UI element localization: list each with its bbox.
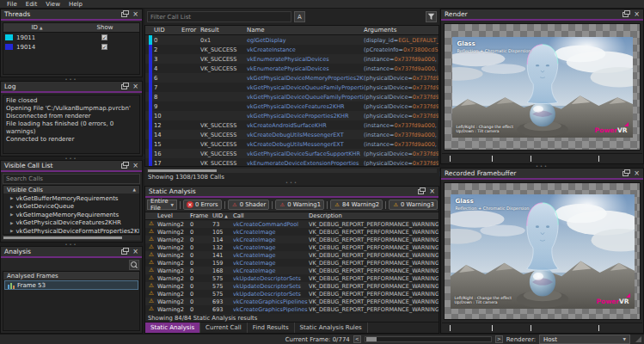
tree-item[interactable]: ▶ vkGetPhysicalDeviceFormatProperties2KH… [3, 227, 139, 235]
warning-row[interactable]: ⚠ Warning2 0 693 vkCreateGraphicsPipelin… [145, 305, 439, 313]
scrollbar-thumb[interactable] [148, 169, 217, 172]
renderer-select[interactable]: Host ▼ [539, 335, 630, 344]
expander-icon[interactable]: ▶ [10, 196, 13, 200]
warning-row[interactable]: ⚠ Warning2 0 693 vkCreateGraphicsPipelin… [145, 298, 439, 305]
call-row[interactable]: 2 VK_SUCCESS vkCreateInstance (pCreateIn… [145, 45, 439, 54]
tree-item[interactable]: ▶ vkGetDeviceQueue [3, 203, 139, 212]
call-row[interactable]: 7 vkGetPhysicalDeviceQueueFamilyProperti… [145, 83, 439, 92]
close-panel-icon[interactable]: × [634, 11, 640, 18]
frame-slider[interactable] [365, 336, 492, 342]
severity-filter-button[interactable]: ⚠ 0 Warning3 [389, 200, 438, 210]
call-row[interactable]: 6 vkGetPhysicalDeviceMemoryProperties2KH… [145, 73, 439, 83]
call-row[interactable]: 12 VK_SUCCESS vkCreateAndroidSurfaceKHR … [145, 120, 439, 130]
thread-row[interactable]: 19011 ✓ [3, 33, 139, 42]
analysed-frame-item[interactable]: Frame 53 [4, 280, 138, 290]
advanced-filter-button[interactable] [426, 11, 437, 22]
float-panel-icon[interactable] [121, 84, 127, 89]
thread-visibility-checkbox[interactable]: ✓ [101, 34, 107, 40]
call-row[interactable]: 10 vkGetPhysicalDeviceProperties2KHR (ph… [145, 111, 439, 120]
call-column-header[interactable]: Call [233, 212, 309, 219]
expander-icon[interactable]: ▶ [10, 221, 13, 225]
warning-row[interactable]: ⚠ Warning2 0 132 vkCreateImage VK_DEBUG_… [145, 243, 439, 251]
frame-column-header[interactable]: Frame [190, 212, 212, 219]
expander-icon[interactable]: ▶ [10, 229, 13, 233]
error-column-header[interactable]: Error [181, 27, 200, 34]
name-column-header[interactable]: Name [247, 27, 364, 34]
next-frame-button[interactable]: > [495, 335, 503, 343]
search-calls-input[interactable] [6, 175, 137, 182]
tree-item[interactable]: ▶ vkGetBufferMemoryRequirements [3, 194, 139, 203]
call-row[interactable]: 16 VK_SUCCESS vkGetPhysicalDeviceSurface… [145, 149, 439, 158]
resize-grip[interactable] [635, 336, 641, 342]
description-column-header[interactable]: Description [309, 212, 439, 219]
threads-show-column-header[interactable]: Show [71, 24, 139, 31]
filter-call-list-input[interactable] [150, 14, 288, 21]
result-column-header[interactable]: Result [200, 27, 247, 34]
call-row[interactable]: 4 VK_SUCCESS vkEnumeratePhysicalDevices … [145, 64, 439, 73]
thread-row[interactable]: 19014 ✓ [3, 42, 139, 52]
expander-icon[interactable]: ▶ [10, 205, 13, 209]
float-panel-icon[interactable] [121, 12, 127, 17]
analysis-search-button[interactable] [129, 260, 139, 270]
warning-row[interactable]: ⚠ Warning2 0 141 vkCreateImage VK_DEBUG_… [145, 251, 439, 259]
warning-row[interactable]: ⚠ Warning2 0 575 vkUpdateDescriptorSets … [145, 290, 439, 298]
tree-item[interactable]: ▶ vkGetPhysicalDeviceFeatures2KHR [3, 219, 139, 228]
menu-item[interactable]: File [3, 1, 21, 8]
warning-row[interactable]: ⚠ Warning2 0 575 vkUpdateDescriptorSets … [145, 282, 439, 290]
warning-row[interactable]: ⚠ Warning2 0 73 vkCreateCommandPool VK_D… [145, 220, 439, 228]
close-panel-icon[interactable]: × [132, 83, 138, 90]
scope-dropdown[interactable]: Entire File ▼ [147, 200, 177, 210]
frame-scrubber[interactable] [442, 322, 642, 332]
close-panel-icon[interactable]: × [132, 11, 138, 18]
call-row[interactable]: 9 vkGetPhysicalDeviceFeatures2KHR (physi… [145, 101, 439, 111]
horizontal-scrollbar[interactable] [147, 169, 437, 173]
menu-item[interactable]: Edit [21, 1, 42, 8]
float-panel-icon[interactable] [623, 171, 629, 176]
tab-find-results[interactable]: Find Results [248, 322, 295, 333]
frame-scrubber[interactable] [442, 153, 642, 163]
call-row[interactable]: 17 VK_SUCCESS vkEnumerateDeviceExtension… [145, 158, 439, 166]
scrollbar-thumb[interactable] [3, 236, 122, 239]
call-row[interactable]: 0 0x1 eglGetDisplay (display_id=EGL_DEFA… [145, 35, 439, 45]
call-row[interactable]: 15 VK_SUCCESS vkCreateDebugUtilsMessenge… [145, 139, 439, 149]
slider-handle[interactable] [366, 337, 377, 341]
arguments-column-header[interactable]: Arguments [364, 27, 439, 34]
close-panel-icon[interactable]: × [429, 188, 435, 195]
float-panel-icon[interactable] [121, 249, 127, 255]
horizontal-scrollbar[interactable] [3, 236, 140, 240]
close-panel-icon[interactable]: × [132, 249, 138, 255]
warning-row[interactable]: ⚠ Warning2 0 575 vkUpdateDescriptorSets … [145, 274, 439, 282]
level-column-header[interactable]: Level [157, 212, 190, 219]
call-row[interactable]: 8 vkGetPhysicalDeviceQueueFamilyProperti… [145, 92, 439, 101]
severity-filter-button[interactable]: ⚠ 0 Shader [228, 200, 270, 210]
match-case-button[interactable]: A [294, 11, 305, 22]
previous-frame-button[interactable]: < [353, 335, 361, 343]
severity-filter-button[interactable]: × 0 Errors [183, 200, 222, 210]
tree-item[interactable]: ▶ vkGetImageMemoryRequirements [3, 211, 139, 219]
float-panel-icon[interactable] [623, 12, 629, 17]
thread-visibility-checkbox[interactable]: ✓ [101, 44, 107, 50]
severity-filter-button[interactable]: ⚠ 0 Warning1 [275, 200, 324, 210]
expander-icon[interactable]: ▶ [10, 212, 13, 217]
severity-filter-button[interactable]: ⚠ 84 Warning2 [330, 200, 383, 210]
menu-item[interactable]: View [41, 1, 64, 8]
float-panel-icon[interactable] [418, 189, 424, 194]
uid-column-header[interactable]: UID [154, 27, 181, 34]
warning-row[interactable]: ⚠ Warning2 0 114 vkCreateImage VK_DEBUG_… [145, 236, 439, 243]
threads-id-column-header[interactable]: ID ▲ [3, 24, 71, 31]
warning-row[interactable]: ⚠ Warning2 0 168 vkCreateImage VK_DEBUG_… [145, 267, 439, 274]
visible-calls-tree-header[interactable]: Visible Calls ▲ [3, 185, 140, 194]
tab-static-analysis[interactable]: Static Analysis [145, 322, 200, 333]
warning-row[interactable]: ⚠ Warning2 0 159 vkCreateImage VK_DEBUG_… [145, 259, 439, 267]
close-panel-icon[interactable]: × [132, 163, 138, 169]
menu-item[interactable]: Help [64, 1, 87, 8]
warning-row[interactable]: ⚠ Warning2 0 105 vkCreateImage VK_DEBUG_… [145, 228, 439, 236]
call-row[interactable]: 3 VK_SUCCESS vkEnumeratePhysicalDevices … [145, 54, 439, 64]
tab-static-analysis-rules[interactable]: Static Analysis Rules [295, 322, 368, 333]
call-row[interactable]: 14 VK_SUCCESS vkCreateDebugUtilsMessenge… [145, 130, 439, 139]
tab-current-call[interactable]: Current Call [200, 322, 248, 333]
float-panel-icon[interactable] [121, 163, 127, 169]
close-panel-icon[interactable]: × [634, 170, 640, 177]
splitter-handle[interactable]: ••• [144, 181, 439, 184]
uid-column-header[interactable]: UID▲ [212, 212, 233, 219]
